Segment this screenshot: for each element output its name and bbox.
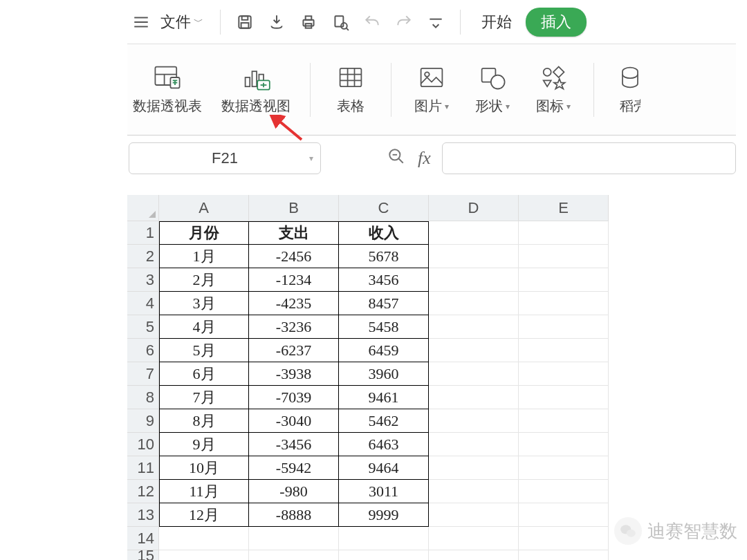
- cell[interactable]: [519, 456, 609, 480]
- cell[interactable]: 10月: [159, 456, 249, 480]
- cell[interactable]: [519, 527, 609, 550]
- cell[interactable]: [429, 386, 519, 409]
- output-icon[interactable]: [262, 8, 291, 37]
- cell[interactable]: [519, 245, 609, 268]
- zoom-out-icon[interactable]: [387, 147, 405, 169]
- redo-icon[interactable]: [389, 8, 418, 37]
- cell[interactable]: [429, 550, 519, 560]
- cell[interactable]: [339, 527, 429, 550]
- cell[interactable]: -3456: [249, 433, 339, 456]
- cell[interactable]: -3040: [249, 409, 339, 433]
- col-header[interactable]: A: [159, 195, 249, 221]
- ribbon-table[interactable]: 表格: [330, 64, 371, 115]
- ribbon-pivot-table[interactable]: 数据透视表: [133, 64, 202, 115]
- cell[interactable]: [429, 503, 519, 527]
- cell[interactable]: [429, 268, 519, 292]
- undo-icon[interactable]: [358, 8, 387, 37]
- cell[interactable]: -4235: [249, 292, 339, 315]
- row-header[interactable]: 7: [127, 362, 159, 386]
- cell[interactable]: [429, 433, 519, 456]
- cell[interactable]: [159, 527, 249, 550]
- cell[interactable]: -980: [249, 480, 339, 503]
- cell[interactable]: [519, 386, 609, 409]
- customize-toolbar-icon[interactable]: [421, 8, 450, 37]
- cell[interactable]: [159, 550, 249, 560]
- cell[interactable]: 4月: [159, 315, 249, 339]
- ribbon-picture[interactable]: 图片▾: [411, 64, 452, 115]
- cell[interactable]: [429, 409, 519, 433]
- cell[interactable]: [429, 456, 519, 480]
- row-header[interactable]: 14: [127, 527, 159, 550]
- formula-bar-input[interactable]: [442, 142, 736, 174]
- cell[interactable]: [519, 409, 609, 433]
- menu-icon[interactable]: [131, 12, 151, 32]
- cell[interactable]: 9999: [339, 503, 429, 527]
- cell[interactable]: [519, 292, 609, 315]
- cell[interactable]: 8月: [159, 409, 249, 433]
- file-menu[interactable]: 文件 ﹀: [154, 8, 210, 37]
- cell[interactable]: 3月: [159, 292, 249, 315]
- cell[interactable]: [519, 315, 609, 339]
- cell[interactable]: 7月: [159, 386, 249, 409]
- cell[interactable]: 2月: [159, 268, 249, 292]
- cell[interactable]: -2456: [249, 245, 339, 268]
- cell[interactable]: 9464: [339, 456, 429, 480]
- cell[interactable]: [429, 315, 519, 339]
- name-box[interactable]: F21 ▾: [129, 142, 321, 174]
- cell[interactable]: 9月: [159, 433, 249, 456]
- cell[interactable]: [429, 292, 519, 315]
- cell[interactable]: [519, 221, 609, 245]
- cell[interactable]: 月份: [159, 221, 249, 245]
- cell[interactable]: [249, 550, 339, 560]
- cell[interactable]: 5678: [339, 245, 429, 268]
- cell[interactable]: [519, 339, 609, 362]
- cell[interactable]: -6237: [249, 339, 339, 362]
- cell[interactable]: 12月: [159, 503, 249, 527]
- cell[interactable]: -8888: [249, 503, 339, 527]
- cell[interactable]: 9461: [339, 386, 429, 409]
- cell[interactable]: [519, 550, 609, 560]
- cell[interactable]: 8457: [339, 292, 429, 315]
- ribbon-pivot-chart[interactable]: 数据透视图: [221, 64, 290, 115]
- row-header[interactable]: 8: [127, 386, 159, 409]
- cell[interactable]: -5942: [249, 456, 339, 480]
- row-header[interactable]: 4: [127, 292, 159, 315]
- row-header[interactable]: 6: [127, 339, 159, 362]
- row-header[interactable]: 1: [127, 221, 159, 245]
- cell[interactable]: 5462: [339, 409, 429, 433]
- print-icon[interactable]: [294, 8, 323, 37]
- cell[interactable]: [519, 362, 609, 386]
- cell[interactable]: -1234: [249, 268, 339, 292]
- cell[interactable]: -7039: [249, 386, 339, 409]
- cell[interactable]: 6月: [159, 362, 249, 386]
- row-header[interactable]: 10: [127, 433, 159, 456]
- row-header[interactable]: 13: [127, 503, 159, 527]
- tab-home[interactable]: 开始: [470, 8, 523, 37]
- cell[interactable]: [429, 527, 519, 550]
- save-icon[interactable]: [230, 8, 259, 37]
- row-header[interactable]: 5: [127, 315, 159, 339]
- cell[interactable]: [429, 245, 519, 268]
- cell[interactable]: [429, 362, 519, 386]
- cell[interactable]: 3011: [339, 480, 429, 503]
- cell[interactable]: [429, 221, 519, 245]
- cell[interactable]: 11月: [159, 480, 249, 503]
- ribbon-icons[interactable]: 图标▾: [533, 64, 574, 115]
- row-header[interactable]: 2: [127, 245, 159, 268]
- cell[interactable]: [249, 527, 339, 550]
- col-header[interactable]: E: [519, 195, 609, 221]
- cell[interactable]: [519, 268, 609, 292]
- ribbon-shapes[interactable]: 形状▾: [472, 64, 513, 115]
- fx-icon[interactable]: fx: [418, 148, 431, 169]
- cell[interactable]: 收入: [339, 221, 429, 245]
- cell[interactable]: -3236: [249, 315, 339, 339]
- col-header[interactable]: C: [339, 195, 429, 221]
- row-header[interactable]: 3: [127, 268, 159, 292]
- cell[interactable]: 6463: [339, 433, 429, 456]
- cell[interactable]: 1月: [159, 245, 249, 268]
- cell[interactable]: 5458: [339, 315, 429, 339]
- row-header[interactable]: 11: [127, 456, 159, 480]
- row-header[interactable]: 9: [127, 409, 159, 433]
- cell[interactable]: 6459: [339, 339, 429, 362]
- cell[interactable]: -3938: [249, 362, 339, 386]
